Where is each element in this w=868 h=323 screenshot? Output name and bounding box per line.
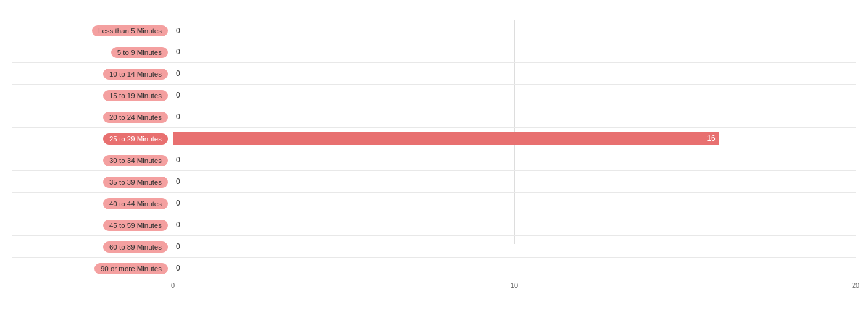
label-pill: 35 to 39 Minutes <box>103 177 168 188</box>
bar-label: 30 to 34 Minutes <box>12 154 173 166</box>
bar-row: 45 to 59 Minutes0 <box>12 214 856 236</box>
label-pill: 10 to 14 Minutes <box>103 69 168 80</box>
bar-value: 16 <box>707 134 719 143</box>
bar-value: 0 <box>176 242 180 251</box>
bar-fill: 16 <box>173 132 719 145</box>
label-pill: 25 to 29 Minutes <box>103 133 168 145</box>
bar-area: 0 <box>173 258 856 279</box>
label-pill: Less than 5 Minutes <box>92 25 168 36</box>
bar-value: 0 <box>176 199 180 208</box>
bar-row: 10 to 14 Minutes0 <box>12 63 856 85</box>
bar-area: 16 <box>173 128 856 149</box>
chart-container: Less than 5 Minutes05 to 9 Minutes010 to… <box>0 0 868 323</box>
grid-line <box>856 20 856 244</box>
bar-row: 15 to 19 Minutes0 <box>12 85 856 106</box>
bar-area: 0 <box>173 63 856 84</box>
label-pill: 20 to 24 Minutes <box>103 112 168 123</box>
bar-value: 0 <box>176 220 180 229</box>
bar-row: 90 or more Minutes0 <box>12 258 856 279</box>
bar-label: 25 to 29 Minutes <box>12 133 173 145</box>
bar-area: 0 <box>173 236 856 257</box>
bar-label: 15 to 19 Minutes <box>12 90 173 101</box>
bar-label: 5 to 9 Minutes <box>12 46 173 58</box>
bar-row: 25 to 29 Minutes16 <box>12 128 856 149</box>
bar-value: 0 <box>176 27 180 35</box>
bar-area: 0 <box>173 41 856 62</box>
label-pill: 5 to 9 Minutes <box>111 47 168 58</box>
axis-label: 0 <box>171 282 175 289</box>
bar-value: 0 <box>176 91 180 99</box>
bar-label: Less than 5 Minutes <box>12 25 173 36</box>
bar-row: 60 to 89 Minutes0 <box>12 236 856 258</box>
bar-row: 35 to 39 Minutes0 <box>12 171 856 193</box>
axis-label: 20 <box>852 282 859 289</box>
bar-value: 0 <box>176 112 180 121</box>
label-pill: 40 to 44 Minutes <box>103 198 168 209</box>
label-pill: 15 to 19 Minutes <box>103 90 168 101</box>
chart-body: Less than 5 Minutes05 to 9 Minutes010 to… <box>12 20 856 262</box>
rows-area: Less than 5 Minutes05 to 9 Minutes010 to… <box>12 20 856 279</box>
label-pill: 45 to 59 Minutes <box>103 220 168 231</box>
bar-area: 0 <box>173 106 856 127</box>
bar-value: 0 <box>176 69 180 78</box>
bar-area: 0 <box>173 85 856 106</box>
bar-label: 10 to 14 Minutes <box>12 68 173 80</box>
bar-area: 0 <box>173 193 856 214</box>
bar-value: 0 <box>176 48 180 56</box>
label-pill: 60 to 89 Minutes <box>103 241 168 253</box>
bar-label: 35 to 39 Minutes <box>12 176 173 188</box>
bar-area: 0 <box>173 20 856 41</box>
bar-area: 0 <box>173 214 856 235</box>
label-pill: 90 or more Minutes <box>94 263 168 274</box>
bar-row: 20 to 24 Minutes0 <box>12 106 856 128</box>
bar-row: 5 to 9 Minutes0 <box>12 41 856 63</box>
bar-value: 0 <box>176 264 180 272</box>
axis-label: 10 <box>511 282 518 289</box>
bar-label: 90 or more Minutes <box>12 262 173 274</box>
bar-label: 60 to 89 Minutes <box>12 241 173 253</box>
bar-row: 30 to 34 Minutes0 <box>12 149 856 171</box>
label-pill: 30 to 34 Minutes <box>103 155 168 166</box>
bar-area: 0 <box>173 149 856 170</box>
bar-row: Less than 5 Minutes0 <box>12 20 856 41</box>
bar-label: 45 to 59 Minutes <box>12 219 173 231</box>
bar-area: 0 <box>173 171 856 192</box>
bar-label: 20 to 24 Minutes <box>12 111 173 123</box>
bar-value: 0 <box>176 156 180 164</box>
bar-row: 40 to 44 Minutes0 <box>12 193 856 214</box>
bar-value: 0 <box>176 177 180 186</box>
bar-label: 40 to 44 Minutes <box>12 198 173 209</box>
